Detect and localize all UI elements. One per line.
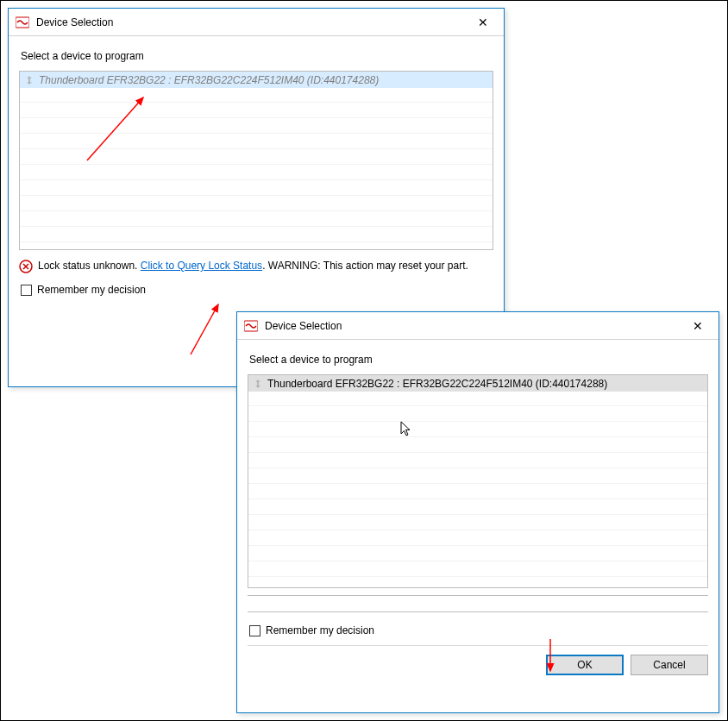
remember-checkbox[interactable] [21, 285, 32, 296]
remember-row: Remember my decision [21, 284, 493, 296]
prompt-label: Select a device to program [21, 50, 493, 62]
device-row[interactable]: Thunderboard EFR32BG22 : EFR32BG22C224F5… [248, 375, 707, 392]
lock-status-row: Lock status unknown. Click to Query Lock… [19, 259, 493, 273]
cancel-button[interactable]: Cancel [631, 655, 708, 675]
error-icon [19, 260, 33, 273]
close-button[interactable]: ✕ [468, 11, 499, 34]
close-icon: ✕ [693, 320, 703, 332]
remember-checkbox[interactable] [249, 625, 260, 636]
device-list[interactable]: Thunderboard EFR32BG22 : EFR32BG22C224F5… [19, 71, 493, 250]
status-prefix: Lock status unknown. [38, 260, 141, 272]
status-suffix: . WARNING: This action may reset your pa… [262, 260, 468, 272]
device-list[interactable]: Thunderboard EFR32BG22 : EFR32BG22C224F5… [248, 374, 708, 588]
dialog-title: Device Selection [265, 320, 682, 332]
remember-label[interactable]: Remember my decision [266, 624, 374, 636]
button-row: OK Cancel [248, 645, 708, 675]
app-icon [244, 319, 258, 333]
close-icon: ✕ [478, 16, 488, 28]
filter-input[interactable] [248, 595, 708, 612]
device-row[interactable]: Thunderboard EFR32BG22 : EFR32BG22C224F5… [20, 72, 493, 88]
close-button[interactable]: ✕ [682, 315, 713, 337]
prompt-label: Select a device to program [249, 354, 708, 366]
lock-status-text: Lock status unknown. Click to Query Lock… [38, 259, 493, 273]
ok-button[interactable]: OK [546, 655, 624, 675]
titlebar[interactable]: Device Selection ✕ [237, 312, 719, 340]
query-lock-status-link[interactable]: Click to Query Lock Status [141, 260, 262, 272]
remember-label[interactable]: Remember my decision [37, 284, 146, 296]
device-selection-dialog-2: Device Selection ✕ Select a device to pr… [236, 311, 719, 713]
device-row-label: Thunderboard EFR32BG22 : EFR32BG22C224F5… [39, 74, 379, 86]
app-icon [16, 16, 29, 29]
remember-row: Remember my decision [249, 624, 708, 636]
dialog-title: Device Selection [36, 16, 468, 28]
device-row-label: Thunderboard EFR32BG22 : EFR32BG22C224F5… [267, 378, 607, 390]
device-icon [252, 378, 264, 390]
cancel-label: Cancel [653, 659, 685, 671]
device-icon [23, 74, 35, 86]
ok-label: OK [577, 659, 592, 671]
titlebar[interactable]: Device Selection ✕ [9, 9, 504, 36]
